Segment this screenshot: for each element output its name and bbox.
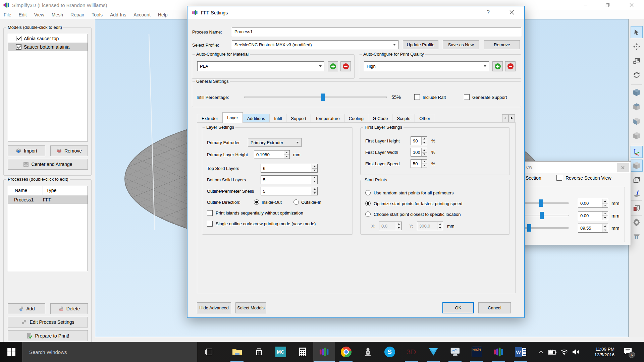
bottom-solid-spinbox[interactable]: 5 <box>261 175 318 184</box>
reverse-section-checkbox[interactable] <box>556 175 562 181</box>
rotate-tool-icon[interactable] <box>631 69 643 81</box>
tab-additions[interactable]: Additions <box>243 114 270 123</box>
taskbar-simplify3d-active[interactable] <box>313 342 335 362</box>
taskbar-robot-app[interactable] <box>357 342 379 362</box>
menu-mesh[interactable]: Mesh <box>48 12 67 17</box>
tray-clock[interactable]: 11:09 PM 12/5/2016 <box>585 342 614 362</box>
menu-help[interactable]: Help <box>154 12 171 17</box>
taskbar-triangle-app[interactable] <box>422 342 444 362</box>
settings-gear-icon[interactable] <box>631 217 643 229</box>
spin-down[interactable] <box>396 226 401 230</box>
process-name-input[interactable]: Process1 <box>232 27 521 36</box>
tray-battery-icon[interactable] <box>547 342 558 362</box>
tab-support[interactable]: Support <box>286 114 311 123</box>
spin-up[interactable] <box>602 199 608 203</box>
quality-dropdown[interactable]: High <box>364 61 489 71</box>
section-slider-1-handle[interactable] <box>539 199 543 207</box>
taskbar-mattercontrol[interactable]: MC <box>270 342 291 362</box>
cross-section-close-icon[interactable] <box>617 163 629 172</box>
ok-button[interactable]: OK <box>442 302 474 313</box>
tab-temperature[interactable]: Temperature <box>311 114 344 123</box>
start-button[interactable] <box>0 342 22 362</box>
section-value-2-spinbox[interactable]: 0.00 <box>578 211 608 220</box>
menu-addins[interactable]: Add-Ins <box>106 12 130 17</box>
search-box[interactable]: Search Windows <box>22 342 197 362</box>
spin-down[interactable] <box>312 191 317 195</box>
select-models-button[interactable]: Select Models <box>235 302 266 313</box>
section-value-1-spinbox[interactable]: 0.00 <box>578 199 608 208</box>
cross-section-tool-icon[interactable] <box>631 202 643 214</box>
edit-process-settings-button[interactable]: Edit Process Settings <box>8 317 88 327</box>
view-side-cube-icon[interactable] <box>631 115 643 127</box>
first-layer-speed-spinbox[interactable]: 50 <box>411 159 427 168</box>
model-checkbox[interactable] <box>16 44 21 50</box>
spin-up[interactable] <box>422 148 427 152</box>
taskbar-windows-store[interactable] <box>248 342 270 362</box>
random-start-radio[interactable] <box>365 190 371 195</box>
spin-down[interactable] <box>602 228 608 232</box>
spin-up[interactable] <box>422 160 427 164</box>
coordinate-axes-icon[interactable] <box>631 146 643 158</box>
spin-down[interactable] <box>422 141 427 145</box>
spin-down[interactable] <box>284 155 289 159</box>
save-as-new-button[interactable]: Save as New <box>443 40 479 49</box>
spin-down[interactable] <box>602 216 608 220</box>
add-process-button[interactable]: Add <box>8 303 45 314</box>
spin-up[interactable] <box>312 187 317 191</box>
section-slider-2-handle[interactable] <box>540 212 544 219</box>
tab-other[interactable]: Other <box>415 114 435 123</box>
remove-model-button[interactable]: Remove <box>50 145 88 156</box>
cancel-button[interactable]: Cancel <box>478 302 511 313</box>
taskbar-calculator[interactable] <box>291 342 313 362</box>
section-slider-3-handle[interactable] <box>527 224 531 232</box>
tab-scripts[interactable]: Scripts <box>392 114 415 123</box>
vase-mode-checkbox[interactable] <box>207 221 213 227</box>
select-tool-icon[interactable] <box>631 26 643 38</box>
tab-infill[interactable]: Infill <box>269 114 286 123</box>
tray-volume-icon[interactable] <box>570 342 582 362</box>
spin-up[interactable] <box>602 212 608 216</box>
wireframe-cube-icon[interactable] <box>631 174 643 186</box>
remove-quality-button[interactable] <box>505 61 516 71</box>
update-profile-button[interactable]: Update Profile <box>403 40 438 49</box>
spin-down[interactable] <box>312 168 317 173</box>
optimize-start-radio[interactable] <box>365 201 371 206</box>
spin-down[interactable] <box>422 152 427 157</box>
taskbar-3d-builder[interactable]: 3D <box>400 342 422 362</box>
menu-repair[interactable]: Repair <box>67 12 88 17</box>
spin-down[interactable] <box>312 180 317 184</box>
import-button[interactable]: Import <box>8 145 45 156</box>
shells-spinbox[interactable]: 5 <box>261 187 318 195</box>
move-tool-icon[interactable] <box>631 41 643 53</box>
surface-normal-icon[interactable] <box>631 188 643 200</box>
hide-advanced-button[interactable]: Hide Advanced <box>197 302 231 313</box>
include-raft-checkbox[interactable] <box>414 94 420 100</box>
first-layer-width-spinbox[interactable]: 100 <box>411 148 427 157</box>
menu-view[interactable]: View <box>31 12 48 17</box>
center-arrange-button[interactable]: Center and Arrange <box>8 159 88 170</box>
taskbar-kindle[interactable]: kindle <box>466 342 488 362</box>
spin-up[interactable] <box>312 164 317 168</box>
menu-tools[interactable]: Tools <box>88 12 106 17</box>
outside-in-radio[interactable] <box>293 199 299 205</box>
tab-layer[interactable]: Layer <box>222 112 243 123</box>
action-center-button[interactable]: 6 <box>619 342 637 362</box>
models-list[interactable]: Afinia saucer top Saucer bottom afainia <box>8 34 88 141</box>
infill-slider-handle[interactable] <box>321 94 325 101</box>
view-front-cube-icon[interactable] <box>631 86 643 99</box>
add-material-button[interactable] <box>328 61 338 71</box>
primary-extruder-dropdown[interactable]: Primary Extruder <box>248 138 302 147</box>
tab-scroll-right-icon[interactable] <box>508 114 515 122</box>
spin-up[interactable] <box>284 150 289 155</box>
infill-slider[interactable] <box>244 97 387 98</box>
tab-gcode[interactable]: G-Code <box>368 114 393 123</box>
menu-account[interactable]: Account <box>130 12 154 17</box>
tray-wifi-icon[interactable] <box>559 342 570 362</box>
add-quality-button[interactable] <box>492 61 503 71</box>
spin-up[interactable] <box>312 176 317 180</box>
menu-edit[interactable]: Edit <box>15 12 31 17</box>
tab-extruder[interactable]: Extruder <box>197 114 223 123</box>
taskbar-simplify3d-2[interactable] <box>488 342 509 362</box>
tray-chevron-up-icon[interactable] <box>536 342 546 362</box>
view-iso-cube-icon[interactable] <box>631 130 643 142</box>
